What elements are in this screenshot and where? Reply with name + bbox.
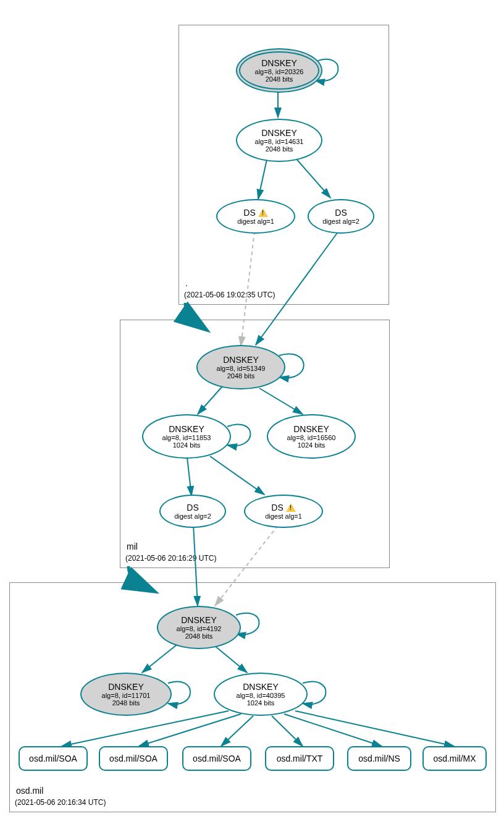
ds-mil-alg1: DS digest alg=1 bbox=[244, 495, 323, 528]
warning-icon bbox=[286, 503, 296, 512]
rr-mx: osd.mil/MX bbox=[422, 746, 487, 771]
alg: alg=8, id=20326 bbox=[255, 68, 304, 75]
bits: 1024 bits bbox=[298, 441, 326, 449]
zone-mil-ts: (2021-05-06 20:16:29 UTC) bbox=[125, 554, 216, 563]
bits: 1024 bits bbox=[247, 699, 275, 707]
bits: 2048 bits bbox=[185, 632, 213, 640]
alg: alg=8, id=40395 bbox=[237, 692, 285, 699]
alg: alg=8, id=14631 bbox=[255, 138, 304, 145]
label: DS bbox=[243, 208, 255, 218]
bits: 1024 bits bbox=[173, 441, 201, 449]
digest: digest alg=1 bbox=[237, 218, 274, 225]
label: DS bbox=[335, 208, 346, 218]
label: DNSKEY bbox=[169, 424, 204, 434]
bits: 2048 bits bbox=[266, 145, 293, 153]
dnskey-osd-ksk: DNSKEY alg=8, id=4192 2048 bits bbox=[157, 606, 241, 649]
label: osd.mil/SOA bbox=[109, 754, 158, 763]
label: osd.mil/NS bbox=[358, 754, 400, 763]
alg: alg=8, id=11701 bbox=[102, 692, 151, 699]
alg: alg=8, id=51349 bbox=[217, 365, 266, 372]
label: DS bbox=[271, 503, 283, 512]
zone-osd-ts: (2021-05-06 20:16:34 UTC) bbox=[15, 798, 106, 807]
ds-root-alg1: DS digest alg=1 bbox=[216, 199, 295, 234]
label: osd.mil/SOA bbox=[193, 754, 241, 763]
label: DNSKEY bbox=[223, 355, 259, 365]
digest: digest alg=1 bbox=[265, 512, 302, 520]
label: osd.mil/TXT bbox=[277, 754, 323, 763]
zone-osd-name: osd.mil bbox=[16, 786, 43, 796]
label: DNSKEY bbox=[293, 424, 329, 434]
label: DNSKEY bbox=[261, 128, 297, 138]
zone-root-ts: (2021-05-06 19:02:35 UTC) bbox=[184, 291, 275, 299]
alg: alg=8, id=4192 bbox=[177, 625, 222, 632]
zone-mil-name: mil bbox=[127, 542, 138, 551]
dnskey-osd-zsk: DNSKEY alg=8, id=40395 1024 bits bbox=[214, 673, 308, 716]
label: DNSKEY bbox=[243, 682, 279, 692]
dnskey-mil-ksk: DNSKEY alg=8, id=51349 2048 bits bbox=[196, 345, 285, 389]
rr-ns: osd.mil/NS bbox=[347, 746, 411, 771]
ds-root-alg2: DS digest alg=2 bbox=[308, 199, 374, 234]
label: DNSKEY bbox=[181, 615, 217, 625]
bits: 2048 bits bbox=[266, 75, 293, 83]
label: osd.mil/SOA bbox=[29, 754, 77, 763]
bits: 2048 bits bbox=[227, 372, 255, 380]
dnskey-osd-11701: DNSKEY alg=8, id=11701 2048 bits bbox=[80, 673, 172, 716]
alg: alg=8, id=11853 bbox=[162, 434, 211, 441]
label: osd.mil/MX bbox=[433, 754, 476, 763]
alg: alg=8, id=16560 bbox=[287, 434, 336, 441]
label: DNSKEY bbox=[108, 682, 144, 692]
digest: digest alg=2 bbox=[174, 512, 211, 520]
label: DS bbox=[187, 503, 198, 512]
dnskey-mil-11853: DNSKEY alg=8, id=11853 1024 bits bbox=[142, 414, 231, 459]
dnskey-mil-16560: DNSKEY alg=8, id=16560 1024 bits bbox=[267, 414, 356, 459]
rr-txt: osd.mil/TXT bbox=[265, 746, 334, 771]
digest: digest alg=2 bbox=[322, 218, 359, 225]
label: DNSKEY bbox=[261, 58, 297, 68]
ds-mil-alg2: DS digest alg=2 bbox=[159, 495, 226, 528]
rr-soa-1: osd.mil/SOA bbox=[19, 746, 88, 771]
bits: 2048 bits bbox=[112, 699, 140, 707]
warning-icon bbox=[258, 208, 268, 217]
dnskey-root-zsk: DNSKEY alg=8, id=14631 2048 bits bbox=[236, 119, 322, 162]
zone-root-name: . bbox=[185, 278, 188, 288]
rr-soa-2: osd.mil/SOA bbox=[99, 746, 168, 771]
dnskey-root-ksk: DNSKEY alg=8, id=20326 2048 bits bbox=[236, 48, 322, 93]
rr-soa-3: osd.mil/SOA bbox=[182, 746, 251, 771]
